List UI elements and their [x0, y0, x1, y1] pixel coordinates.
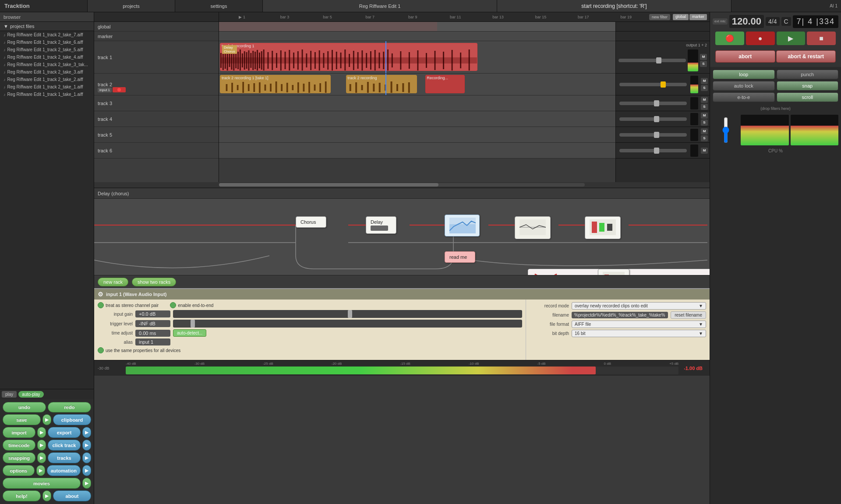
filename-value[interactable]: %projectdir%/%edit%_%track%_take_%take%: [572, 312, 668, 318]
automation-button[interactable]: automation: [47, 465, 81, 476]
track1-clip1[interactable]: track 1 recording 1: [220, 43, 477, 71]
tracks-button[interactable]: tracks: [48, 452, 81, 463]
click-track-button[interactable]: click track: [48, 440, 81, 451]
track5-timeline-row[interactable]: [219, 127, 615, 143]
end-to-end-circle[interactable]: [170, 302, 176, 308]
new-filter-button[interactable]: new filter: [649, 14, 670, 20]
track5-fader[interactable]: [619, 133, 687, 137]
track1-label[interactable]: track 1: [94, 41, 219, 74]
bit-depth-select[interactable]: 16 bit ▼: [572, 330, 706, 337]
file-item[interactable]: ♪Reg Riffware Edit 1_track 2_take_7.aiff: [0, 31, 94, 39]
nav-record[interactable]: start recording [shortcut: 'R']: [497, 0, 731, 12]
mute-btn-track4[interactable]: M: [701, 113, 708, 119]
track4-timeline-row[interactable]: [219, 111, 615, 127]
file-format-select[interactable]: AIFF file ▼: [572, 321, 706, 328]
abort-restart-button[interactable]: abort & restart: [776, 50, 836, 63]
solo-btn-track2[interactable]: S: [701, 85, 708, 91]
solo-btn-track1[interactable]: S: [700, 61, 707, 67]
alias-value[interactable]: input 1: [135, 338, 170, 345]
end-to-end-checkbox[interactable]: enable end-to-end: [170, 302, 213, 308]
snap-button[interactable]: snap: [777, 81, 839, 91]
master-volume-fader[interactable]: [721, 117, 730, 143]
mute-btn-track1[interactable]: M: [700, 54, 707, 60]
abort-button[interactable]: abort: [715, 50, 775, 63]
mute-btn-track2[interactable]: M: [701, 78, 708, 84]
punch-button[interactable]: punch: [777, 70, 839, 79]
file-item[interactable]: ♪Reg Riffware Edit 1_track 2_take_1.aiff: [0, 83, 94, 91]
timeline-scrollbar[interactable]: [94, 182, 710, 187]
click-track-arrow[interactable]: ▶: [82, 440, 91, 451]
record-mode-select[interactable]: overlay newly recorded clips onto edit ▼: [572, 302, 706, 310]
track1-timeline-row[interactable]: track 1 recording 1: [219, 41, 615, 74]
tracks-arrow[interactable]: ▶: [82, 452, 91, 463]
auto-detect-button[interactable]: auto-detect...: [173, 329, 206, 337]
global-toggle[interactable]: global: [673, 14, 689, 20]
record-arm-button[interactable]: 🔴: [715, 32, 744, 45]
chart-plugin[interactable]: [445, 215, 480, 236]
redo-button[interactable]: redo: [48, 402, 91, 412]
key-display[interactable]: C: [781, 17, 791, 26]
track4-fader[interactable]: [619, 117, 687, 121]
export-arrow[interactable]: ▶: [82, 427, 91, 438]
project-files-header[interactable]: ▼ project files: [0, 22, 94, 31]
track5-label[interactable]: track 5: [94, 127, 219, 143]
same-properties-checkbox[interactable]: use the same properties for all devices: [98, 347, 180, 353]
reset-filename-button[interactable]: reset filename: [671, 311, 706, 319]
trigger-level-value[interactable]: -INF dB: [135, 320, 170, 327]
snapping-arrow[interactable]: ▶: [37, 452, 46, 463]
bpm-value[interactable]: 120.00: [729, 15, 764, 28]
nav-edit[interactable]: Reg Riffware Edit 1: [263, 0, 497, 12]
new-rack-button[interactable]: new rack: [98, 278, 128, 286]
save-button[interactable]: save: [3, 414, 41, 425]
browser-tab[interactable]: browser: [0, 12, 94, 22]
file-item[interactable]: ♪Reg Riffware Edit 1_track 1_take_1.aiff: [0, 91, 94, 98]
track3-timeline-row[interactable]: [219, 95, 615, 111]
play-btn-small[interactable]: play: [2, 391, 17, 398]
time-sig[interactable]: 4/4: [766, 17, 779, 26]
treat-stereo-checkbox[interactable]: treat as stereo channel pair: [98, 302, 159, 308]
import-button[interactable]: import: [3, 427, 35, 438]
timecode-arrow[interactable]: ▶: [37, 440, 46, 451]
file-item[interactable]: ♪Reg Riffware Edit 1_track 2_take_4.aiff: [0, 53, 94, 61]
movies-button[interactable]: movies: [3, 478, 81, 489]
auto-lock-button[interactable]: auto lock: [713, 81, 775, 91]
track1-fader[interactable]: [618, 59, 686, 62]
play-button[interactable]: ▶: [777, 32, 806, 45]
track2-label[interactable]: track 2 input 1: [94, 74, 219, 95]
options-arrow[interactable]: ▶: [36, 465, 45, 476]
mute-btn-track6[interactable]: M: [701, 148, 708, 154]
import-arrow[interactable]: ▶: [37, 427, 46, 438]
delay-plugin[interactable]: Delay: [366, 216, 396, 234]
input-gain-slider[interactable]: [173, 310, 522, 318]
nav-settings[interactable]: settings: [175, 0, 263, 12]
trigger-level-slider[interactable]: [173, 320, 522, 328]
track3-fader[interactable]: [619, 102, 687, 105]
options-button[interactable]: options: [3, 465, 35, 476]
eq-plugin[interactable]: [515, 216, 551, 239]
file-item[interactable]: ♪Reg Riffware Edit 1_track 2_take_6.aiff: [0, 39, 94, 46]
track1-fader-thumb[interactable]: [656, 57, 661, 63]
auto-play-btn[interactable]: auto-play: [18, 391, 43, 398]
loop-button[interactable]: loop: [713, 70, 775, 79]
track6-fader[interactable]: [619, 149, 687, 152]
about-button[interactable]: about: [53, 490, 91, 501]
rack-canvas[interactable]: Chorus Delay: [94, 199, 710, 275]
mixer-plugin1[interactable]: [585, 216, 621, 239]
help-button[interactable]: help!: [3, 490, 41, 501]
input-gain-value[interactable]: +0.0 dB: [135, 310, 170, 317]
marker-toggle[interactable]: marker: [689, 14, 707, 20]
track2-clip2[interactable]: track 2 recording: [346, 75, 417, 93]
track2-fader[interactable]: [619, 83, 687, 86]
track6-label[interactable]: track 6: [94, 143, 219, 159]
chorus-plugin[interactable]: Chorus: [296, 216, 326, 228]
e-to-e-button[interactable]: e-to-e: [713, 92, 775, 102]
solo-btn-track5[interactable]: S: [701, 135, 708, 141]
track2-clip1[interactable]: track 2 recording 1 [take 1]: [220, 75, 331, 93]
scroll-button[interactable]: scroll: [777, 92, 839, 102]
track6-timeline-row[interactable]: [219, 143, 615, 159]
mute-btn-track3[interactable]: M: [701, 97, 708, 103]
clipboard-button[interactable]: clipboard: [53, 414, 91, 425]
stop-button[interactable]: ■: [807, 32, 836, 45]
record-button[interactable]: ●: [746, 32, 775, 45]
file-item[interactable]: ♪Reg Riffware Edit 1_track 2_take_3.aiff: [0, 68, 94, 76]
